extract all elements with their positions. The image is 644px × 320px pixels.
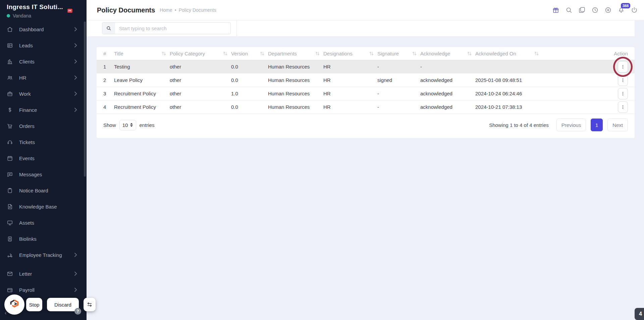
toolbar-divider xyxy=(236,20,237,36)
row-actions-button[interactable] xyxy=(618,101,628,113)
payroll-icon xyxy=(7,287,13,293)
home-icon xyxy=(7,26,13,33)
filter-toolbar xyxy=(87,20,635,36)
current-page-button[interactable]: 1 xyxy=(591,119,603,131)
entries-label: entries xyxy=(140,122,155,128)
sidebar-item-messages[interactable]: Messages xyxy=(0,166,84,182)
next-page-button[interactable]: Next xyxy=(607,119,628,131)
cell-category: other xyxy=(170,74,231,87)
table-row: 4Recruitment Policyother0.0Human Resourc… xyxy=(97,100,635,114)
search-input[interactable] xyxy=(115,22,230,34)
cell-acknowledged_on xyxy=(475,60,542,74)
tickets-icon xyxy=(7,139,13,145)
sidebar-item-label: Messages xyxy=(19,172,42,177)
sidebar-item-notice-board[interactable]: Notice Board xyxy=(0,182,84,198)
agent-logo-button[interactable] xyxy=(4,294,24,315)
sidebar-item-events[interactable]: Events xyxy=(0,150,84,166)
sidebar-item-label: Notice Board xyxy=(19,188,48,193)
column-header-acknowledged-on[interactable]: Acknowledged On xyxy=(475,47,542,60)
column-label: Departments xyxy=(268,51,297,56)
knowledge-base-icon xyxy=(7,203,13,210)
sidebar-item-dashboard[interactable]: Dashboard xyxy=(0,21,84,37)
employee-tracking-icon xyxy=(7,252,13,258)
bell-icon[interactable]: 388 xyxy=(618,6,625,14)
column-label: Acknowledge xyxy=(420,51,450,56)
sidebar-item-finance[interactable]: Finance xyxy=(0,102,84,118)
biolinks-icon xyxy=(7,236,13,242)
table-footer: Show 10 entries Showing 1 to 4 of 4 entr… xyxy=(97,114,635,131)
column-header-departments[interactable]: Departments xyxy=(268,47,323,60)
column-header-acknowledge[interactable]: Acknowledge xyxy=(420,47,475,60)
sidebar-scrollbar[interactable] xyxy=(84,21,86,177)
cell-designations: HR xyxy=(323,100,377,114)
sidebar-item-work[interactable]: Work xyxy=(0,86,84,102)
column-header-version[interactable]: Version xyxy=(231,47,268,60)
topbar: Policy Documents Home • Policy Documents… xyxy=(87,0,644,20)
column-header-designations[interactable]: Designations xyxy=(323,47,377,60)
workspace-name: Vandana xyxy=(13,13,31,18)
row-actions-button[interactable] xyxy=(618,61,628,73)
column-label: Designations xyxy=(323,51,353,56)
stop-button[interactable]: Stop xyxy=(26,298,42,311)
column-label: Policy Category xyxy=(170,51,205,56)
chevron-right-icon xyxy=(74,253,77,257)
cell-designations: HR xyxy=(323,87,377,100)
sidebar-item-clients[interactable]: Clients xyxy=(0,53,84,70)
sidebar-item-knowledge-base[interactable]: Knowledge Base xyxy=(0,198,84,215)
chevron-right-icon xyxy=(74,27,77,32)
sidebar-item-label: Finance xyxy=(19,107,37,113)
page-size-select[interactable]: 10 xyxy=(119,120,136,130)
plus-circle-icon[interactable] xyxy=(604,6,612,14)
sort-icon xyxy=(466,51,473,56)
column-label: Action xyxy=(614,51,628,56)
sidebar-item-hr[interactable]: HR xyxy=(0,70,84,86)
breadcrumb-home[interactable]: Home xyxy=(160,7,172,13)
cell-departments: Human Resources xyxy=(268,60,323,74)
notification-count-badge: 388 xyxy=(621,3,630,8)
locale-badge: IN xyxy=(67,9,72,13)
power-icon[interactable] xyxy=(631,6,638,14)
sort-icon xyxy=(259,51,265,56)
row-actions-button[interactable] xyxy=(618,75,628,86)
select-arrows-icon xyxy=(130,123,133,127)
page-size-control: Show 10 entries xyxy=(103,120,155,130)
swap-button[interactable] xyxy=(84,298,96,311)
sidebar-item-biolinks[interactable]: Biolinks xyxy=(0,231,84,247)
copy-icon[interactable] xyxy=(578,6,586,14)
chevron-right-icon xyxy=(74,75,77,80)
topbar-actions: 388 xyxy=(552,6,638,14)
chevron-right-icon xyxy=(74,59,77,64)
sidebar-item-leads[interactable]: Leads xyxy=(0,37,84,53)
breadcrumb-current: Policy Documents xyxy=(179,7,216,13)
cell-acknowledge: acknowledged xyxy=(420,87,475,100)
column-header-title[interactable]: Title xyxy=(114,47,170,60)
sidebar-item-tickets[interactable]: Tickets xyxy=(0,134,84,150)
gift-icon[interactable] xyxy=(552,6,559,14)
cell-action xyxy=(542,60,635,74)
notice-board-icon xyxy=(7,187,13,194)
discard-button[interactable]: Discard xyxy=(47,298,79,311)
cell-acknowledge: acknowledged xyxy=(420,100,475,114)
sidebar-item-label: Work xyxy=(19,91,31,97)
clock-icon[interactable] xyxy=(591,6,599,14)
cell-category: other xyxy=(170,60,231,74)
sort-icon xyxy=(161,51,167,56)
cell-acknowledged_on: 2024-10-24 06:24:46 xyxy=(475,87,542,100)
policy-documents-card: # Title Policy Category Version Departme… xyxy=(97,47,635,138)
sidebar-item-letter[interactable]: Letter xyxy=(0,266,84,282)
search-icon xyxy=(102,22,115,34)
sidebar-item-employee-tracking[interactable]: Employee Tracking xyxy=(0,247,84,263)
column-header-signature[interactable]: Signature xyxy=(377,47,420,60)
sidebar-item-label: Dashboard xyxy=(19,27,44,32)
collapse-chevron-icon[interactable]: ‹ xyxy=(5,310,6,316)
cell-num: 3 xyxy=(97,87,114,100)
cell-designations: HR xyxy=(323,60,377,74)
column-header-policy-category[interactable]: Policy Category xyxy=(170,47,231,60)
cell-signature: - xyxy=(377,60,420,74)
sidebar-item-orders[interactable]: Orders xyxy=(0,118,84,134)
row-actions-button[interactable] xyxy=(618,88,628,99)
previous-page-button[interactable]: Previous xyxy=(556,119,586,131)
sort-icon xyxy=(368,51,375,56)
sidebar-item-assets[interactable]: Assets xyxy=(0,215,84,231)
search-icon[interactable] xyxy=(565,6,573,14)
